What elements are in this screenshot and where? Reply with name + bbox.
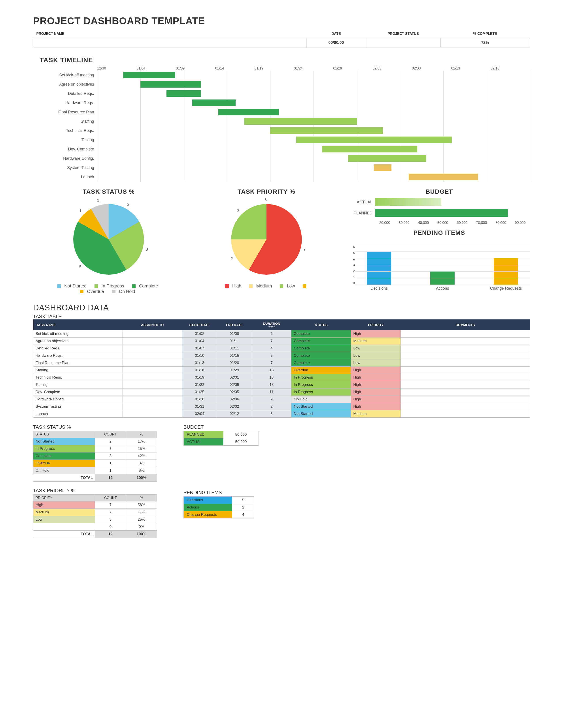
label-complete: % COMPLETE — [441, 30, 530, 38]
task-status-chart-title: TASK STATUS % — [83, 188, 134, 195]
table-row: Agree on objectives01/0401/117CompleteMe… — [33, 338, 530, 345]
table-row: In Progress325% — [33, 445, 157, 452]
pie-data-label: 5 — [79, 265, 81, 269]
th-task-name: TASK NAME — [33, 319, 123, 330]
gantt-task-label: Set kick-off meeting — [40, 70, 97, 80]
gantt-bar — [123, 72, 175, 78]
gantt-task-label: Agree on objectives — [40, 80, 97, 89]
budget-tick: 20,000 — [375, 221, 395, 225]
task-priority-pie: 7230 — [224, 197, 309, 281]
budget-tick: 60,000 — [452, 221, 472, 225]
table-row: Staffing01/1601/2913OverdueHigh — [33, 367, 530, 374]
table-row: Low325% — [33, 516, 157, 523]
value-date[interactable]: 00/00/00 — [306, 38, 366, 47]
pie-data-label: 7 — [304, 247, 306, 252]
priority-summary-table: PRIORITY COUNT % High758%Medium217%Low32… — [33, 494, 157, 538]
th-priority: PRIORITY — [351, 319, 401, 330]
pending-category-label: Change Requests — [482, 286, 530, 291]
table-row: Final Resource Plan01/1301/207CompleteLo… — [33, 359, 530, 367]
gantt-date-tick: 01/29 — [333, 66, 373, 70]
gantt-row — [97, 154, 530, 163]
task-table-title: TASK TABLE — [33, 314, 530, 319]
table-row: 00% — [33, 523, 157, 531]
gantt-date-tick: 02/13 — [451, 66, 491, 70]
label-date: DATE — [306, 30, 366, 38]
gantt-row — [97, 80, 530, 89]
gantt-row — [97, 70, 530, 80]
th-status: STATUS — [292, 319, 351, 330]
table-row: Change Requests4 — [184, 511, 254, 518]
gantt-row — [97, 163, 530, 172]
pie-data-label: 2 — [231, 257, 233, 261]
value-complete[interactable]: 72% — [441, 38, 530, 47]
pie-data-label: 1 — [79, 209, 81, 213]
budget-tick: 50,000 — [433, 221, 453, 225]
budget-tick: 40,000 — [414, 221, 433, 225]
table-row: Overdue18% — [33, 460, 157, 467]
table-row: Not Started217% — [33, 438, 157, 445]
budget-actual-label: ACTUAL — [349, 200, 375, 205]
gantt-bar — [409, 174, 478, 180]
table-row: Decisions5 — [184, 497, 254, 504]
gantt-row — [97, 117, 530, 126]
gantt-date-tick: 01/09 — [176, 66, 215, 70]
gantt-bar — [218, 109, 279, 115]
gantt-task-label: Technical Reqs. — [40, 126, 97, 135]
table-row: System Testing01/3102/022Not StartedHigh — [33, 403, 530, 410]
budget-planned-label: PLANNED — [349, 211, 375, 216]
gantt-date-tick: 01/04 — [136, 66, 176, 70]
gantt-bar — [192, 99, 235, 106]
label-status: PROJECT STATUS — [366, 30, 440, 38]
gantt-task-label: Staffing — [40, 117, 97, 126]
task-priority-chart-title: TASK PRIORITY % — [237, 188, 295, 195]
pie-data-label: 3 — [237, 209, 239, 213]
value-status[interactable] — [366, 38, 440, 47]
gantt-date-tick: 01/24 — [294, 66, 333, 70]
budget-summary-table: PLANNED80,000 ACTUAL50,000 — [183, 431, 259, 446]
table-row: Medium217% — [33, 509, 157, 516]
status-summary-table: STATUS COUNT % Not Started217%In Progres… — [33, 431, 157, 482]
gantt-row — [97, 98, 530, 107]
task-status-legend: Not Started In Progress Complete Overdue… — [55, 283, 162, 294]
table-row: Complete542% — [33, 452, 157, 460]
gantt-bar — [244, 118, 357, 125]
gantt-date-tick: 02/08 — [412, 66, 451, 70]
value-project-name[interactable] — [33, 38, 307, 47]
table-row: Actions2 — [184, 504, 254, 511]
timeline-title: TASK TIMELINE — [40, 56, 530, 64]
gantt-bar — [348, 155, 426, 162]
gantt-row — [97, 89, 530, 98]
priority-summary-title: TASK PRIORITY % — [33, 488, 157, 493]
gantt-date-tick: 01/14 — [215, 66, 254, 70]
gantt-row — [97, 126, 530, 135]
task-table: TASK NAME ASSIGNED TO START DATE END DAT… — [33, 319, 530, 418]
gantt-task-label: Testing — [40, 135, 97, 144]
gantt-bar — [270, 127, 383, 134]
budget-chart-title: BUDGET — [349, 188, 530, 195]
table-row: Hardware Config.01/2802/069On HoldHigh — [33, 396, 530, 403]
pending-chart-title: PENDING ITEMS — [349, 229, 530, 236]
gantt-task-label: Final Resource Plan — [40, 107, 97, 117]
gantt-date-tick: 01/19 — [254, 66, 294, 70]
budget-tick: 80,000 — [491, 221, 511, 225]
budget-tick: 30,000 — [394, 221, 414, 225]
gantt-task-label: Launch — [40, 172, 97, 182]
budget-chart: ACTUAL PLANNED 20,00030,00040,00050,0 — [349, 197, 530, 225]
page-title: PROJECT DASHBOARD TEMPLATE — [33, 15, 205, 27]
table-row: Hardware Reqs.01/1001/155CompleteLow — [33, 352, 530, 359]
label-project-name: PROJECT NAME — [33, 30, 307, 38]
gantt-bar — [166, 90, 201, 97]
gantt-task-label: Dev. Complete — [40, 144, 97, 154]
th-duration: DURATIONin days — [252, 319, 292, 330]
dashboard-data-title: DASHBOARD DATA — [33, 303, 530, 312]
pie-data-label: 3 — [146, 247, 148, 252]
table-row: High758% — [33, 501, 157, 509]
th-end: END DATE — [217, 319, 252, 330]
gantt-row — [97, 144, 530, 154]
gantt-task-label: Hardware Reqs. — [40, 98, 97, 107]
table-row: Testing01/2202/0918In ProgressHigh — [33, 381, 530, 388]
gantt-bar — [322, 146, 417, 152]
gantt-row — [97, 172, 530, 182]
gantt-bar — [374, 164, 391, 171]
pending-summary-table: Decisions5Actions2Change Requests4 — [183, 496, 254, 518]
